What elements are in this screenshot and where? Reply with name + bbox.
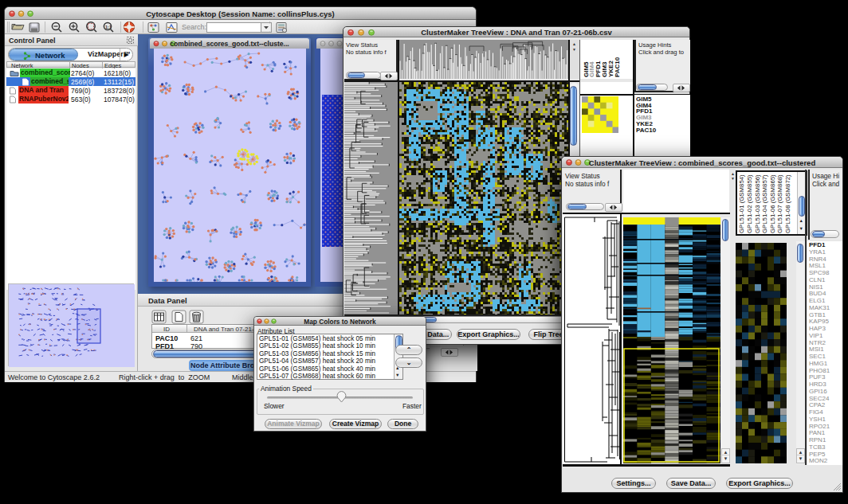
svg-text:GPL51-04 (GSM857): GPL51-04 (GSM857) [761, 174, 768, 233]
svg-text:PAC10: PAC10 [614, 57, 621, 77]
svg-text:GPL51-06 (GSM865): GPL51-06 (GSM865) [769, 174, 776, 233]
svg-text:Search:: Search: [182, 23, 206, 31]
svg-text:1:1: 1:1 [105, 25, 112, 29]
svg-text:GPL51-08 (GSM872): GPL51-08 (GSM872) [784, 174, 791, 233]
svg-text:GPL51-07 (GSM868): GPL51-07 (GSM868) [776, 174, 783, 233]
svg-text:GPL51-01 (GSM854): GPL51-01 (GSM854) [738, 174, 745, 233]
svg-text:GPL51-03 (GSM856): GPL51-03 (GSM856) [754, 174, 761, 233]
svg-text:GPL51-02 (GSM855): GPL51-02 (GSM855) [746, 174, 753, 233]
